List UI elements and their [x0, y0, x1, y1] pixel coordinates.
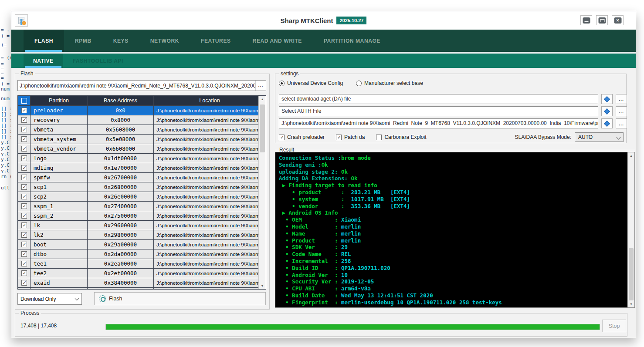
table-row-sspm_1[interactable]: sspm_10x27400000J:\phonetoolkit\rom\xiao… — [18, 201, 266, 211]
stop-button[interactable]: Stop — [602, 320, 626, 332]
tab-read-and-write[interactable]: READ AND WRITE — [242, 30, 313, 52]
table-row-boot[interactable]: boot0x29a00000J:\phonetoolkit\rom\xiaomi… — [18, 239, 266, 249]
flash-mode-select[interactable]: Download Only — [17, 293, 82, 305]
row-checkbox[interactable] — [21, 146, 27, 152]
tab-network[interactable]: NETWORK — [139, 30, 190, 52]
table-row-vbmeta_vendor[interactable]: vbmeta_vendor0x6608000J:\phonetoolkit\ro… — [18, 144, 266, 153]
scroll-down-icon[interactable]: ▼ — [259, 284, 266, 287]
auth-browse-button[interactable]: ... — [616, 106, 627, 116]
cell-location: J:\phonetoolkit\rom\xiaomi\redmi note 9\… — [154, 144, 266, 153]
cell-base-address: 0x27400000 — [88, 202, 154, 211]
tab-rpmb[interactable]: RPMB — [64, 30, 102, 52]
da-file-input[interactable]: select download aget (DA) file — [279, 94, 598, 104]
da-clear-button[interactable] — [601, 94, 613, 104]
table-scrollbar[interactable]: ▲ ▼ — [258, 96, 266, 289]
table-row-tee1[interactable]: tee10x2ea00000J:\phonetoolkit\rom\xiaomi… — [18, 259, 266, 268]
auth-file-input[interactable]: Select AUTH File — [279, 106, 598, 116]
row-checkbox[interactable] — [21, 194, 27, 199]
sla-bypass-value: AUTO — [578, 134, 593, 140]
row-checkbox[interactable] — [21, 127, 27, 132]
column-header-location[interactable]: Location — [154, 96, 266, 105]
result-console[interactable]: Connection Status :brom modeSending emi … — [275, 152, 635, 308]
table-row-md1img[interactable]: md1img0x1e700000J:\phonetoolkit\rom\xiao… — [18, 163, 266, 172]
minimize-button[interactable] — [580, 15, 592, 25]
flash-gear-icon — [99, 295, 106, 302]
auth-clear-button[interactable] — [601, 106, 613, 116]
radio-manufacturer-select-base[interactable]: Manufacturer select base — [356, 80, 423, 86]
row-checkbox[interactable] — [21, 242, 27, 247]
row-checkbox[interactable] — [21, 222, 27, 228]
cell-partition: lk2 — [31, 230, 88, 239]
table-row-scp2[interactable]: scp20x26e00000J:\phonetoolkit\rom\xiaomi… — [18, 192, 266, 201]
table-row-dtbo[interactable]: dtbo0x2da00000J:\phonetoolkit\rom\xiaomi… — [18, 249, 266, 259]
table-row-spmfw[interactable]: spmfw0x26700000J:\phonetoolkit\rom\xiaom… — [18, 172, 266, 182]
tab-features[interactable]: FEATURES — [190, 30, 242, 52]
row-checkbox[interactable] — [21, 251, 27, 257]
flash-button[interactable]: Flash — [94, 292, 266, 305]
cell-base-address: 0x29a00000 — [88, 240, 154, 249]
row-checkbox[interactable] — [21, 270, 27, 276]
scroll-up-icon[interactable]: ▲ — [628, 154, 634, 157]
row-checkbox[interactable] — [21, 175, 27, 180]
table-row-lk2[interactable]: lk20x29800000J:\phonetoolkit\rom\xiaomi\… — [18, 230, 266, 239]
browse-rom-button[interactable]: ... — [255, 81, 266, 91]
console-scroll-thumb[interactable] — [629, 248, 634, 300]
cell-partition: vbmeta_vendor — [31, 144, 88, 153]
table-row-exaid[interactable]: exaid0x38400000J:\phonetoolkit\rom\xiaom… — [18, 278, 266, 287]
rom-path-value: J:\phonetoolkit\rom\xiaomi\redmi note 9\… — [18, 83, 255, 89]
table-row-preloader[interactable]: preloader0x0J:\phonetoolkit\rom\xiaomi\r… — [18, 105, 266, 115]
row-checkbox[interactable] — [21, 155, 27, 161]
table-row-cust[interactable]: cust0x58400000J:\phonetoolkit\rom\xiaomi… — [18, 287, 266, 290]
column-header-base-address[interactable]: Base Address — [88, 96, 154, 105]
rom-path-input[interactable]: J:\phonetoolkit\rom\xiaomi\redmi note 9\… — [17, 80, 266, 91]
row-checkbox[interactable] — [21, 232, 27, 238]
maximize-button[interactable] — [596, 15, 608, 25]
radio-universal-device-config[interactable]: Universal Device Config — [279, 80, 343, 86]
row-checkbox[interactable] — [21, 280, 27, 286]
background-code-line: ) = — [1, 33, 10, 39]
row-checkbox[interactable] — [21, 184, 27, 190]
preloader-browse-button[interactable]: ... — [616, 118, 627, 128]
tab-native[interactable]: NATIVE — [24, 54, 63, 68]
sla-bypass-select[interactable]: AUTO — [575, 132, 624, 142]
row-checkbox[interactable] — [21, 117, 27, 123]
close-button[interactable] — [612, 15, 624, 25]
row-checkbox[interactable] — [21, 108, 27, 113]
cell-base-address: 0x29600000 — [88, 221, 154, 230]
table-row-lk[interactable]: lk0x29600000J:\phonetoolkit\rom\xiaomi\r… — [18, 220, 266, 230]
tab-keys[interactable]: KEYS — [102, 30, 139, 52]
tab-partition-manage[interactable]: PARTITION MANAGE — [313, 30, 391, 52]
da-browse-button[interactable]: ... — [616, 94, 627, 104]
table-scroll-thumb[interactable] — [260, 104, 265, 152]
table-row-tee2[interactable]: tee20x2ef00000J:\phonetoolkit\rom\xiaomi… — [18, 268, 266, 278]
checkbox-label: Crash preloader — [287, 134, 325, 140]
tab-flash[interactable]: FLASH — [24, 30, 64, 52]
preloader-path-input[interactable]: J:\phonetoolkit\rom\xiaomi\redmi note 9\… — [279, 118, 598, 128]
table-row-vbmeta_system[interactable]: vbmeta_system0x5e08000J:\phonetoolkit\ro… — [18, 134, 266, 144]
table-row-sspm_2[interactable]: sspm_20x27500000J:\phonetoolkit\rom\xiao… — [18, 211, 266, 220]
column-header-partition[interactable]: Partition — [31, 96, 88, 105]
row-checkbox[interactable] — [21, 261, 27, 266]
select-all-checkbox[interactable] — [21, 98, 27, 104]
table-row-recovery[interactable]: recovery0x8000J:\phonetoolkit\rom\xiaomi… — [18, 115, 266, 125]
checkbox-carbonara-exploit[interactable]: Carbonara Exploit — [376, 134, 426, 140]
background-code-line: y.C — [1, 162, 10, 168]
tab-fashtoollib-api[interactable]: FASHTOOLLIB API — [63, 54, 133, 68]
cell-partition: dtbo — [31, 249, 88, 259]
console-scrollbar[interactable]: ▲ ▼ — [627, 152, 634, 307]
row-checkbox[interactable] — [21, 136, 27, 142]
table-row-scp1[interactable]: scp10x26800000J:\phonetoolkit\rom\xiaomi… — [18, 182, 266, 192]
eraser-diamond-icon — [604, 108, 610, 114]
scroll-up-icon[interactable]: ▲ — [259, 98, 266, 101]
cell-location: J:\phonetoolkit\rom\xiaomi\redmi note 9\… — [154, 106, 266, 115]
row-checkbox[interactable] — [21, 213, 27, 219]
table-row-vbmeta[interactable]: vbmeta0x5608000J:\phonetoolkit\rom\xiaom… — [18, 125, 266, 134]
checkbox-patch-da[interactable]: Patch da — [336, 134, 365, 140]
row-checkbox[interactable] — [21, 165, 27, 171]
scroll-down-icon[interactable]: ▼ — [628, 303, 634, 306]
table-row-logo[interactable]: logo0x1df00000J:\phonetoolkit\rom\xiaomi… — [18, 153, 266, 163]
row-checkbox[interactable] — [21, 203, 27, 209]
checkbox-crash-preloader[interactable]: Crash preloader — [279, 134, 325, 140]
preloader-clear-button[interactable] — [601, 118, 613, 128]
cell-location: J:\phonetoolkit\rom\xiaomi\redmi note 9\… — [154, 202, 266, 211]
